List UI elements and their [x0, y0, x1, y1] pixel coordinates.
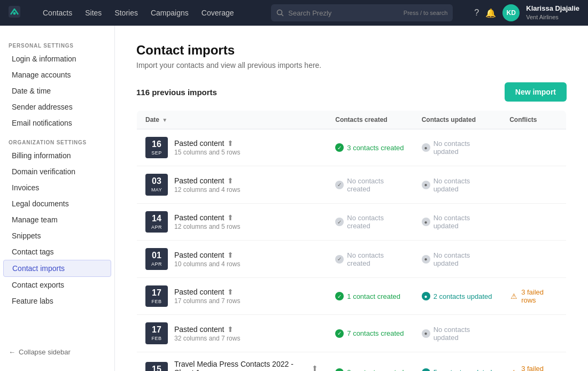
upload-icon: ⬆: [227, 213, 234, 222]
table-row[interactable]: 01APRPasted content ⬆10 columns and 4 ro…: [137, 241, 567, 277]
collapse-sidebar[interactable]: ← Collapse sidebar: [0, 342, 114, 362]
upload-icon: ⬆: [227, 176, 234, 185]
search-input[interactable]: [288, 9, 399, 17]
nav-links: Contacts Sites Stories Campaigns Coverag…: [37, 5, 239, 20]
col-date: Date ▼: [137, 111, 327, 129]
table-row[interactable]: 15FEBTravel Media Press Contacts 2022 - …: [137, 352, 567, 371]
table-cell-updated: ●No contacts updated: [413, 166, 501, 203]
table-cell-conflicts: [501, 166, 566, 203]
table-cell-date: 17FEBPasted content ⬆32 columns and 7 ro…: [137, 315, 327, 352]
collapse-label: Collapse sidebar: [19, 348, 71, 356]
table-cell-created: ✓No contacts created: [327, 241, 413, 277]
nav-stories[interactable]: Stories: [109, 5, 143, 20]
upload-icon: ⬆: [227, 139, 234, 148]
table-cell-date: 17FEBPasted content ⬆17 columns and 7 ro…: [137, 277, 327, 314]
table-cell-created: ✓7 contacts created: [327, 315, 413, 352]
app-logo: [9, 6, 20, 20]
collapse-arrow-icon: ←: [9, 348, 16, 356]
upload-icon: ⬆: [227, 251, 234, 259]
table-row[interactable]: 16SEPPasted content ⬆15 columns and 5 ro…: [137, 129, 567, 166]
table-cell-date: 15FEBTravel Media Press Contacts 2022 - …: [137, 352, 327, 371]
sidebar-item-email-notif[interactable]: Email notifications: [3, 115, 111, 131]
sidebar-item-tags[interactable]: Contact tags: [3, 244, 111, 260]
table-cell-date: 14APRPasted content ⬆12 columns and 5 ro…: [137, 203, 327, 240]
sidebar-item-sender[interactable]: Sender addresses: [3, 99, 111, 115]
table-cell-date: 03MAYPasted content ⬆12 columns and 4 ro…: [137, 166, 327, 203]
table-cell-conflicts: ⚠3 failed rows: [501, 352, 566, 371]
search-bar[interactable]: Press / to search: [271, 4, 453, 21]
topnav-icons: ? 🔔 KD Klarissa Djajalie Vent Airlines: [474, 4, 579, 21]
col-updated: Contacts updated: [413, 111, 501, 129]
table-cell-conflicts: ⚠3 failed rows: [501, 277, 566, 314]
page-subtitle: Import your contacts and view all previo…: [136, 61, 567, 69]
sidebar-item-billing[interactable]: Billing information: [3, 148, 111, 164]
upload-icon: ⬆: [227, 288, 234, 296]
table-cell-conflicts: [501, 241, 566, 277]
topnav: Contacts Sites Stories Campaigns Coverag…: [0, 0, 588, 26]
table-cell-conflicts: [501, 129, 566, 166]
sort-icon: ▼: [162, 117, 167, 123]
svg-point-1: [13, 12, 16, 14]
table-header-row: Date ▼ Contacts created Contacts updated…: [137, 111, 567, 129]
avatar[interactable]: KD: [502, 4, 520, 21]
sidebar-item-datetime[interactable]: Date & time: [3, 83, 111, 99]
nav-campaigns[interactable]: Campaigns: [145, 5, 194, 20]
sidebar-item-login[interactable]: Login & information: [3, 51, 111, 67]
table-cell-updated: ●2 contacts updated: [413, 277, 501, 314]
sidebar-item-exports[interactable]: Contact exports: [3, 277, 111, 293]
nav-sites[interactable]: Sites: [80, 5, 107, 20]
search-icon: [276, 9, 284, 17]
sidebar: PERSONAL SETTINGS Login & information Ma…: [0, 26, 115, 371]
sidebar-item-snippets[interactable]: Snippets: [3, 228, 111, 244]
sidebar-item-team[interactable]: Manage team: [3, 212, 111, 228]
user-info: Klarissa Djajalie Vent Airlines: [526, 4, 579, 21]
sidebar-item-imports[interactable]: Contact imports: [3, 260, 111, 277]
imports-count: 116 previous imports: [136, 88, 217, 97]
imports-table: Date ▼ Contacts created Contacts updated…: [136, 110, 567, 371]
table-cell-updated: ●No contacts updated: [413, 315, 501, 352]
table-cell-date: 16SEPPasted content ⬆15 columns and 5 ro…: [137, 129, 327, 166]
table-cell-conflicts: [501, 203, 566, 240]
table-cell-created: ✓No contacts created: [327, 203, 413, 240]
user-name: Klarissa Djajalie: [526, 4, 579, 13]
main-content: Contact imports Import your contacts and…: [115, 26, 588, 371]
svg-rect-0: [9, 6, 20, 18]
sidebar-item-legal[interactable]: Legal documents: [3, 196, 111, 212]
table-cell-conflicts: [501, 315, 566, 352]
table-cell-created: ✓3 contacts created: [327, 352, 413, 371]
search-hint: Press / to search: [404, 10, 448, 16]
nav-coverage[interactable]: Coverage: [196, 5, 239, 20]
personal-settings-label: PERSONAL SETTINGS: [0, 38, 114, 51]
table-cell-updated: ●5 contacts updated: [413, 352, 501, 371]
upload-icon: ⬆: [312, 364, 318, 371]
table-row[interactable]: 17FEBPasted content ⬆32 columns and 7 ro…: [137, 315, 567, 352]
sidebar-content: PERSONAL SETTINGS Login & information Ma…: [0, 34, 114, 309]
sidebar-item-feature-labs[interactable]: Feature labs: [3, 293, 111, 309]
sidebar-item-invoices[interactable]: Invoices: [3, 180, 111, 196]
table-cell-date: 01APRPasted content ⬆10 columns and 4 ro…: [137, 241, 327, 277]
table-row[interactable]: 17FEBPasted content ⬆17 columns and 7 ro…: [137, 277, 567, 314]
imports-header: 116 previous imports New import: [136, 82, 567, 102]
upload-icon: ⬆: [227, 325, 234, 334]
sidebar-item-accounts[interactable]: Manage accounts: [3, 67, 111, 83]
table-cell-updated: ●No contacts updated: [413, 203, 501, 240]
table-cell-created: ✓1 contact created: [327, 277, 413, 314]
col-created: Contacts created: [327, 111, 413, 129]
sidebar-item-domain[interactable]: Domain verification: [3, 164, 111, 180]
layout: PERSONAL SETTINGS Login & information Ma…: [0, 26, 588, 371]
col-conflicts: Conflicts: [501, 111, 566, 129]
table-row[interactable]: 03MAYPasted content ⬆12 columns and 4 ro…: [137, 166, 567, 203]
help-icon[interactable]: ?: [474, 8, 479, 18]
user-org: Vent Airlines: [526, 13, 579, 21]
table-cell-created: ✓No contacts created: [327, 166, 413, 203]
table-row[interactable]: 14APRPasted content ⬆12 columns and 5 ro…: [137, 203, 567, 240]
table-cell-created: ✓3 contacts created: [327, 129, 413, 166]
nav-contacts[interactable]: Contacts: [37, 5, 78, 20]
org-settings-label: ORGANIZATION SETTINGS: [0, 135, 114, 148]
new-import-button[interactable]: New import: [505, 82, 567, 102]
page-title: Contact imports: [136, 43, 567, 58]
table-cell-updated: ●No contacts updated: [413, 129, 501, 166]
bell-icon[interactable]: 🔔: [485, 8, 496, 18]
table-cell-updated: ●No contacts updated: [413, 241, 501, 277]
